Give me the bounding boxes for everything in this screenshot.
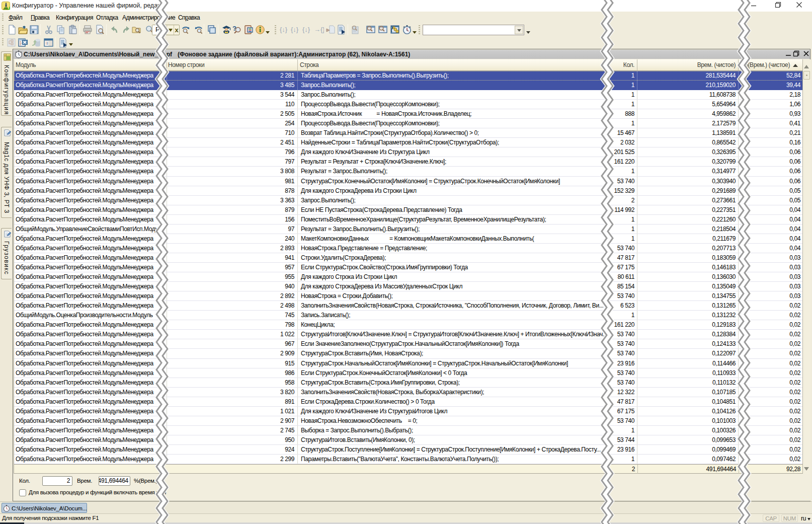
svg-text:{↓}: {↓} <box>302 26 310 33</box>
svg-text:→{}: →{} <box>314 26 324 33</box>
svg-text:{↓}: {↓} <box>280 26 288 33</box>
svg-text:{↓}: {↓} <box>291 26 299 33</box>
